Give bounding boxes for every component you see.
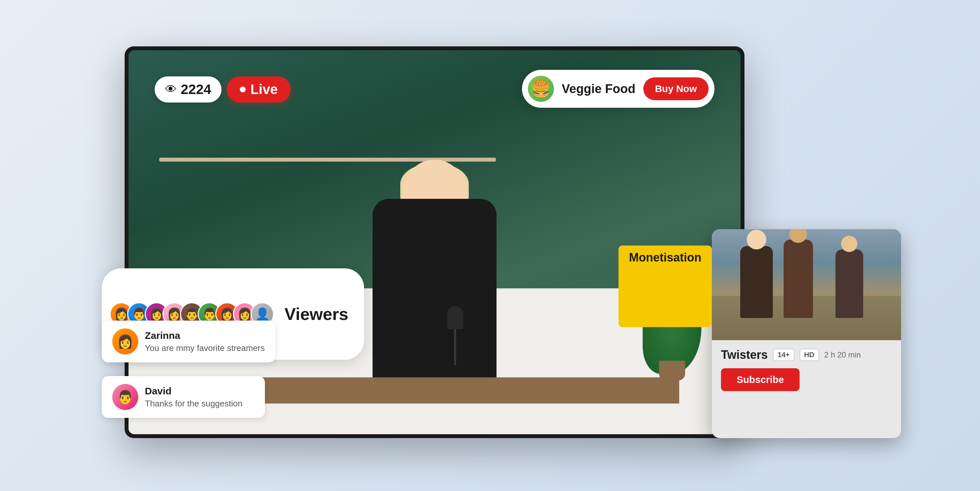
zarinna-name: Zarinna [145, 330, 265, 341]
movie-thumbnail [712, 229, 901, 340]
zarinna-avatar-face: 👩 [112, 328, 138, 354]
movie-title-row: Twisters 14+ HD 2 h 20 min [721, 348, 892, 362]
david-avatar: 👨 [112, 384, 138, 410]
chat-message-zarinna: 👩 Zarinna You are mmy favorite streamers [102, 320, 275, 362]
zarinna-chat-content: Zarinna You are mmy favorite streamers [145, 330, 265, 353]
person-body [372, 199, 496, 388]
viewer-count: 2224 [181, 81, 211, 97]
product-banner: 🍔 Veggie Food Buy Now [522, 70, 714, 108]
zarinna-message: You are mmy favorite streamers [145, 343, 265, 353]
live-dot [240, 86, 246, 92]
zarinna-avatar: 👩 [112, 328, 138, 354]
movie-head-3 [841, 236, 858, 252]
david-message: Thanks for the suggestion [145, 399, 242, 409]
monetisation-label: Monetisation [619, 246, 712, 327]
live-badge: Live [227, 77, 291, 102]
movie-person-2 [784, 240, 813, 318]
main-scene: 👁 2224 Live 🍔 Veggie Food Buy Now [66, 20, 914, 471]
movie-rating-badge: 14+ [773, 349, 794, 361]
movie-person-1 [740, 246, 773, 318]
chat-message-david: 👨 David Thanks for the suggestion [102, 376, 265, 418]
subscribe-button[interactable]: Subscribe [721, 368, 800, 391]
viewers-label: Viewers [285, 304, 348, 324]
movie-duration: 2 h 20 min [824, 350, 861, 359]
product-name: Veggie Food [562, 82, 635, 96]
product-emoji: 🍔 [531, 80, 550, 98]
viewer-count-badge: 👁 2224 [154, 77, 221, 102]
monetisation-text: Monetisation [629, 251, 702, 264]
movie-info: Twisters 14+ HD 2 h 20 min Subscribe [712, 340, 901, 399]
mic-head [447, 306, 463, 329]
movie-head-1 [747, 230, 766, 249]
live-text: Live [250, 81, 278, 97]
microphone [447, 306, 463, 365]
david-chat-content: David Thanks for the suggestion [145, 386, 242, 409]
movie-card: Twisters 14+ HD 2 h 20 min Subscribe [712, 229, 901, 438]
live-badge-container: 👁 2224 Live [154, 77, 291, 102]
david-avatar-face: 👨 [112, 384, 138, 410]
eye-icon: 👁 [165, 83, 177, 96]
david-name: David [145, 386, 242, 397]
movie-head-2 [789, 229, 807, 243]
movie-quality-badge: HD [800, 349, 819, 361]
product-icon: 🍔 [528, 76, 554, 102]
movie-title: Twisters [721, 348, 768, 362]
movie-scene [712, 229, 901, 340]
mic-stand [454, 329, 456, 365]
buy-now-button[interactable]: Buy Now [643, 77, 709, 100]
movie-person-3 [835, 249, 863, 318]
